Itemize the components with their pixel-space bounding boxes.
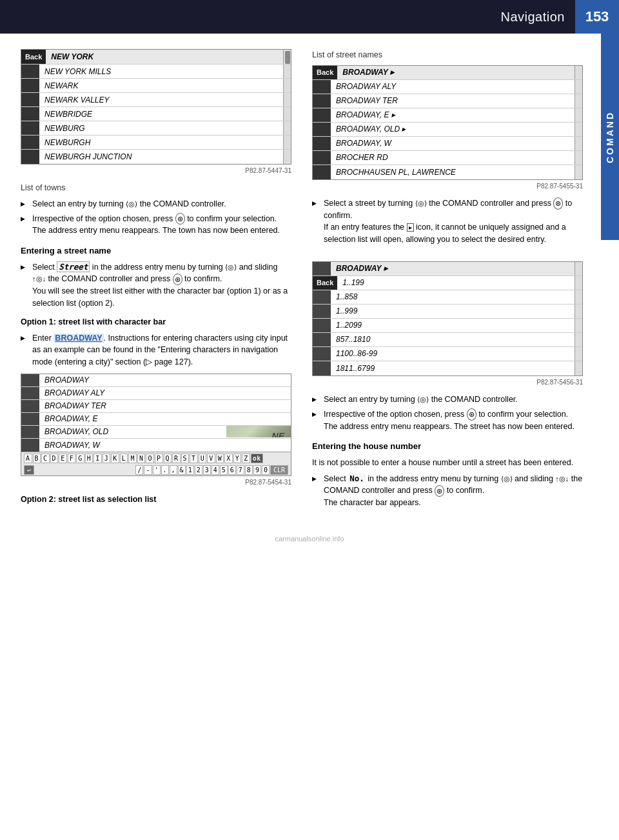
row-indent bbox=[21, 439, 39, 452]
table-row[interactable]: NEWBURG bbox=[21, 121, 291, 135]
char-Z[interactable]: Z bbox=[242, 454, 250, 463]
char-W[interactable]: W bbox=[216, 454, 224, 463]
char-L[interactable]: L bbox=[120, 454, 128, 463]
table-row[interactable]: NEWBURGH bbox=[21, 135, 291, 150]
street-names-scrollbar[interactable] bbox=[575, 66, 582, 79]
char-N[interactable]: N bbox=[137, 454, 146, 463]
char-C[interactable]: C bbox=[41, 454, 50, 463]
table-row[interactable]: NEWBURGH JUNCTION bbox=[21, 150, 291, 164]
street-names-back-button[interactable]: Back bbox=[313, 66, 337, 79]
row-indent bbox=[21, 121, 39, 135]
scroll-filler bbox=[575, 305, 582, 318]
char-V[interactable]: V bbox=[207, 454, 215, 463]
row-indent bbox=[21, 150, 39, 164]
char-ok[interactable]: ok bbox=[251, 454, 263, 463]
list-item[interactable]: BROADWAY bbox=[21, 374, 291, 387]
table-row[interactable]: BROADWAY TER bbox=[313, 94, 582, 108]
char-7[interactable]: 7 bbox=[237, 465, 244, 475]
char-J[interactable]: J bbox=[103, 454, 111, 463]
char-P[interactable]: P bbox=[155, 454, 163, 463]
char-M[interactable]: M bbox=[128, 454, 137, 463]
scroll-filler bbox=[575, 108, 582, 122]
num-panel-ref: P82.87-5456-31 bbox=[312, 379, 583, 386]
num-back-row: Back 1..199 bbox=[313, 276, 582, 290]
char-R[interactable]: R bbox=[172, 454, 181, 463]
num-range-1[interactable]: 1..199 bbox=[337, 276, 575, 290]
icon-arrow-symbol: ▸ bbox=[407, 223, 414, 232]
char-O[interactable]: O bbox=[146, 454, 154, 463]
list-item: Select an entry by turning ⟨◎⟩ the COMAN… bbox=[312, 394, 583, 406]
table-row[interactable]: 1..2099 bbox=[313, 319, 582, 333]
table-row[interactable]: NEW YORK MILLS bbox=[21, 65, 291, 79]
char-U[interactable]: U bbox=[199, 454, 207, 463]
map-ne-label: NE bbox=[272, 431, 284, 437]
char-X[interactable]: X bbox=[224, 454, 233, 463]
char-apos[interactable]: ' bbox=[153, 465, 161, 475]
num-scrollbar[interactable] bbox=[575, 262, 582, 275]
table-row[interactable]: 1811..6799 bbox=[313, 361, 582, 375]
table-row[interactable]: BROCHER RD bbox=[313, 151, 582, 165]
char-T[interactable]: T bbox=[190, 454, 198, 463]
table-row[interactable]: NEWARK VALLEY bbox=[21, 93, 291, 107]
table-row[interactable]: NEWARK bbox=[21, 79, 291, 93]
towns-panel-ref: P82.87-5447-31 bbox=[21, 167, 291, 174]
char-G[interactable]: G bbox=[76, 454, 84, 463]
header-title-area: Navigation 153 bbox=[500, 0, 619, 34]
char-dash[interactable]: - bbox=[144, 465, 152, 475]
char-Y[interactable]: Y bbox=[233, 454, 242, 463]
list-item[interactable]: BROADWAY, OLD NE bbox=[21, 426, 291, 439]
char-clr-key[interactable]: CLR bbox=[270, 465, 288, 475]
list-item[interactable]: BROADWAY ALY bbox=[21, 387, 291, 400]
street-name-5: BROADWAY, W bbox=[331, 137, 575, 150]
char-2[interactable]: 2 bbox=[195, 465, 202, 475]
table-row[interactable]: BROADWAY ALY bbox=[313, 80, 582, 94]
ctrl-turn-symbol: ⟨◎⟩ bbox=[501, 475, 513, 483]
char-1[interactable]: 1 bbox=[186, 465, 194, 475]
table-row[interactable]: 1..858 bbox=[313, 290, 582, 305]
table-row[interactable]: BROADWAY, OLD ▸ bbox=[313, 123, 582, 137]
list-item[interactable]: BROADWAY TER bbox=[21, 400, 291, 413]
ctrl-confirm-symbol: ⊛ bbox=[173, 274, 182, 286]
char-Q[interactable]: Q bbox=[164, 454, 172, 463]
char-H[interactable]: H bbox=[85, 454, 93, 463]
towns-back-button[interactable]: Back bbox=[21, 50, 46, 64]
no-highlight: No. bbox=[348, 474, 366, 483]
list-item[interactable]: BROADWAY, E bbox=[21, 413, 291, 426]
char-bar-panel-ref: P82.87-5454-31 bbox=[21, 479, 291, 486]
char-amp[interactable]: & bbox=[178, 465, 186, 475]
char-0[interactable]: 0 bbox=[262, 465, 270, 475]
street-item-4: BROADWAY, E bbox=[39, 413, 291, 425]
char-D[interactable]: D bbox=[50, 454, 59, 463]
char-back-key[interactable]: ↩ bbox=[24, 465, 34, 475]
char-S[interactable]: S bbox=[181, 454, 190, 463]
table-row[interactable]: 1100..86-99 bbox=[313, 347, 582, 361]
table-row[interactable]: BROADWAY, E ▸ bbox=[313, 108, 582, 123]
char-F[interactable]: F bbox=[68, 454, 76, 463]
char-3[interactable]: 3 bbox=[203, 465, 211, 475]
table-row[interactable]: NEWBRIDGE bbox=[21, 107, 291, 121]
towns-scrollbar[interactable] bbox=[283, 50, 291, 64]
char-slash[interactable]: / bbox=[135, 465, 143, 475]
table-row[interactable]: BROCHHAUSEN PL, LAWRENCE bbox=[313, 165, 582, 179]
char-9[interactable]: 9 bbox=[253, 465, 261, 475]
table-row[interactable]: BROADWAY, W bbox=[313, 137, 582, 151]
table-row[interactable]: 1..999 bbox=[313, 305, 582, 319]
char-4[interactable]: 4 bbox=[211, 465, 219, 475]
char-6[interactable]: 6 bbox=[228, 465, 236, 475]
char-comma[interactable]: , bbox=[170, 465, 177, 475]
char-8[interactable]: 8 bbox=[245, 465, 253, 475]
num-back-button[interactable]: Back bbox=[313, 276, 337, 290]
char-B[interactable]: B bbox=[33, 454, 41, 463]
char-I[interactable]: I bbox=[93, 454, 102, 463]
table-row[interactable]: 857..1810 bbox=[313, 333, 582, 347]
char-A[interactable]: A bbox=[24, 454, 32, 463]
char-K[interactable]: K bbox=[111, 454, 119, 463]
char-dot[interactable]: . bbox=[161, 465, 169, 475]
scroll-filler bbox=[575, 347, 582, 361]
list-item[interactable]: BROADWAY, W bbox=[21, 439, 291, 452]
row-indent bbox=[21, 65, 39, 78]
char-5[interactable]: 5 bbox=[220, 465, 228, 475]
char-E[interactable]: E bbox=[59, 454, 67, 463]
right-column: List of street names Back BROADWAY ▸ BRO… bbox=[312, 49, 583, 514]
town-item-7: NEWBURGH JUNCTION bbox=[39, 150, 283, 164]
